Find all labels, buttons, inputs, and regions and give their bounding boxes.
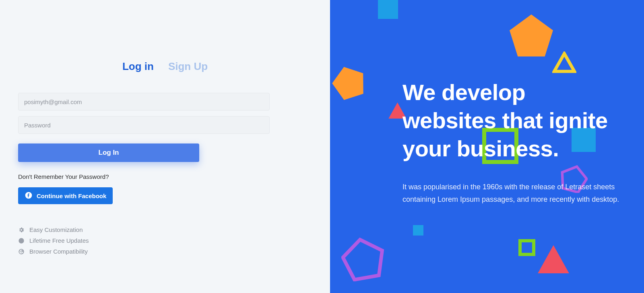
hero-panel: We develop websites that ignite your bus… (330, 0, 644, 293)
pentagon-icon (507, 12, 555, 60)
auth-tabs: Log in Sign Up (18, 60, 312, 73)
tab-login[interactable]: Log in (122, 60, 154, 73)
feature-label: Browser Compatibility (29, 248, 88, 255)
svg-marker-2 (331, 64, 367, 100)
pentagon-icon (331, 64, 367, 100)
feature-item: Lifetime Free Updates (18, 237, 312, 244)
feature-item: Easy Customization (18, 226, 312, 233)
hero-copy: We develop websites that ignite your bus… (402, 78, 620, 205)
download-circle-icon (18, 238, 25, 244)
triangle-outline-icon (552, 51, 576, 74)
triangle-icon (537, 245, 570, 273)
svg-marker-1 (554, 53, 574, 71)
square-icon (413, 225, 423, 236)
login-button[interactable]: Log In (18, 143, 199, 162)
svg-marker-5 (341, 237, 386, 281)
feature-item: Browser Compatibility (18, 248, 312, 255)
svg-marker-0 (510, 14, 553, 56)
pentagon-outline-icon (341, 237, 386, 281)
login-form: Log In Don't Remember Your Password? Con… (18, 93, 270, 204)
browser-icon (18, 248, 25, 255)
hero-title: We develop websites that ignite your bus… (402, 78, 620, 163)
feature-label: Easy Customization (29, 226, 83, 233)
svg-marker-6 (538, 245, 569, 273)
feature-label: Lifetime Free Updates (29, 237, 89, 244)
forgot-password-link[interactable]: Don't Remember Your Password? (18, 173, 270, 180)
password-field[interactable] (18, 116, 270, 134)
square-icon (378, 0, 398, 19)
square-outline-icon (518, 239, 535, 256)
fb-button-label: Continue with Facebook (37, 193, 106, 199)
continue-facebook-button[interactable]: Continue with Facebook (18, 187, 113, 204)
gear-icon (18, 227, 25, 233)
tab-signup[interactable]: Sign Up (168, 60, 208, 73)
facebook-icon (25, 191, 33, 201)
email-field[interactable] (18, 93, 270, 111)
login-panel: Log in Sign Up Log In Don't Remember You… (0, 0, 330, 293)
hero-body: It was popularised in the 1960s with the… (402, 181, 620, 205)
feature-list: Easy Customization Lifetime Free Updates… (18, 226, 312, 255)
